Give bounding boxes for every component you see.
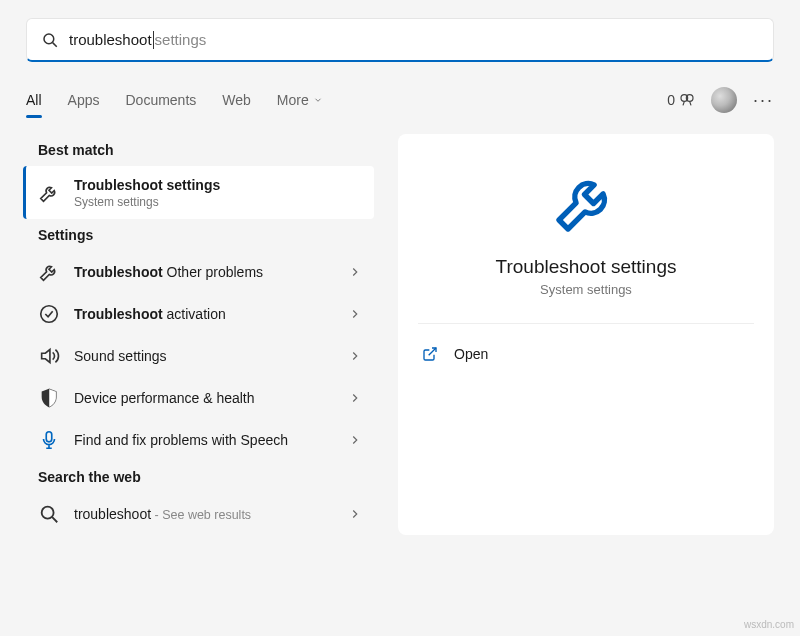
result-web-search[interactable]: troubleshoot - See web results (26, 493, 374, 535)
result-title: Find and fix problems with Speech (74, 431, 348, 449)
search-icon (38, 503, 60, 525)
result-speech-problems[interactable]: Find and fix problems with Speech (26, 419, 374, 461)
tabs-row: All Apps Documents Web More 0 ··· (26, 80, 774, 120)
result-troubleshoot-activation[interactable]: Troubleshoot activation (26, 293, 374, 335)
results-list: Best match Troubleshoot settings System … (26, 134, 374, 535)
svg-point-0 (44, 34, 54, 44)
tab-documents[interactable]: Documents (125, 84, 196, 116)
speaker-icon (38, 345, 60, 367)
svg-point-7 (42, 507, 54, 519)
result-troubleshoot-other[interactable]: Troubleshoot Other problems (26, 251, 374, 293)
tab-apps[interactable]: Apps (68, 84, 100, 116)
svg-line-9 (429, 348, 436, 355)
result-subtitle: System settings (74, 195, 362, 209)
result-rest: Other problems (163, 264, 263, 280)
divider (418, 323, 754, 324)
rewards-points[interactable]: 0 (667, 92, 695, 108)
text-cursor (153, 31, 154, 49)
panel-title: Troubleshoot settings (496, 256, 677, 278)
search-input[interactable]: troubleshoot settings (26, 18, 774, 62)
result-bold: Troubleshoot (74, 306, 163, 322)
tab-web[interactable]: Web (222, 84, 251, 116)
section-best-match: Best match (26, 134, 374, 166)
wrench-icon (38, 261, 60, 283)
result-troubleshoot-settings[interactable]: Troubleshoot settings System settings (23, 166, 374, 219)
search-typed: troubleshoot (69, 31, 152, 48)
search-icon (41, 31, 59, 49)
svg-point-4 (41, 306, 58, 323)
section-search-web: Search the web (26, 461, 374, 493)
open-external-icon (422, 346, 438, 362)
result-sound-settings[interactable]: Sound settings (26, 335, 374, 377)
tab-more[interactable]: More (277, 84, 323, 116)
svg-line-8 (52, 517, 57, 522)
chevron-right-icon (348, 307, 362, 321)
chevron-right-icon (348, 265, 362, 279)
watermark: wsxdn.com (744, 619, 794, 630)
check-circle-icon (38, 303, 60, 325)
result-title: Troubleshoot settings (74, 177, 220, 193)
result-bold: Troubleshoot (74, 264, 163, 280)
result-rest: activation (163, 306, 226, 322)
search-suggestion: settings (155, 31, 207, 48)
user-avatar[interactable] (711, 87, 737, 113)
tab-all[interactable]: All (26, 84, 42, 116)
chevron-right-icon (348, 433, 362, 447)
svg-marker-5 (42, 350, 50, 363)
result-title: troubleshoot (74, 506, 151, 522)
result-device-performance[interactable]: Device performance & health (26, 377, 374, 419)
open-action[interactable]: Open (418, 338, 754, 370)
wrench-icon (550, 166, 622, 238)
points-value: 0 (667, 92, 675, 108)
search-text: troubleshoot settings (69, 31, 759, 49)
chevron-right-icon (348, 391, 362, 405)
microphone-icon (38, 429, 60, 451)
medal-icon (679, 92, 695, 108)
more-menu[interactable]: ··· (753, 90, 774, 111)
detail-panel: Troubleshoot settings System settings Op… (398, 134, 774, 535)
panel-subtitle: System settings (540, 282, 632, 297)
svg-line-1 (53, 42, 57, 46)
section-settings: Settings (26, 219, 374, 251)
shield-icon (38, 387, 60, 409)
result-subtitle: - See web results (151, 508, 251, 522)
result-title: Sound settings (74, 347, 348, 365)
wrench-icon (38, 182, 60, 204)
chevron-right-icon (348, 349, 362, 363)
open-label: Open (454, 346, 488, 362)
chevron-right-icon (348, 507, 362, 521)
svg-rect-6 (46, 432, 52, 442)
result-title: Device performance & health (74, 389, 348, 407)
chevron-down-icon (313, 95, 323, 105)
tab-more-label: More (277, 92, 309, 108)
